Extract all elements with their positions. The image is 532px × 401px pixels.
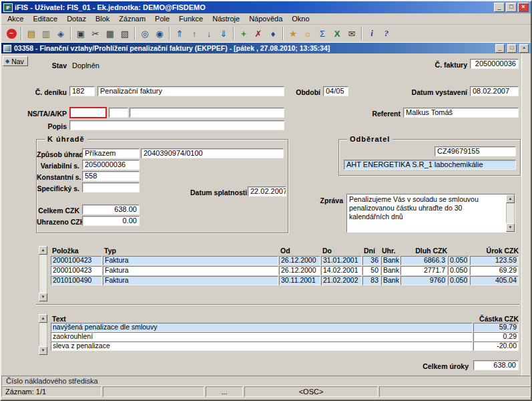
sum-icon[interactable]: Σ bbox=[315, 26, 330, 41]
zpusob-uhrady-field[interactable]: Příkazem bbox=[82, 148, 140, 158]
services-icon[interactable]: ☼ bbox=[300, 26, 315, 41]
scroll-down-icon[interactable]: ▼ bbox=[506, 223, 515, 232]
cell-polozka[interactable]: 2010100490 bbox=[51, 276, 102, 285]
form-close-icon[interactable]: × bbox=[519, 44, 529, 53]
polozky-record-scrollbar[interactable]: ▲ ▼ bbox=[39, 246, 47, 301]
print-icon[interactable]: ▣ bbox=[73, 26, 88, 41]
cell-typ[interactable]: Faktura bbox=[103, 256, 278, 265]
odberatel-nazev-field[interactable]: AHT ENERGETIKA S.R_1 labochemikálie bbox=[344, 160, 516, 170]
ns-field[interactable] bbox=[69, 107, 107, 118]
cell-dni[interactable]: 83 bbox=[362, 276, 380, 285]
cut-icon[interactable]: ✂ bbox=[88, 26, 103, 41]
last-record-icon[interactable]: ⇓ bbox=[216, 26, 231, 41]
execute-query-icon[interactable]: ◉ bbox=[152, 26, 167, 41]
menu-pole[interactable]: Pole bbox=[150, 14, 174, 23]
next-record-icon[interactable]: ↓ bbox=[202, 26, 216, 41]
cell-sazba[interactable]: 0.050 bbox=[448, 266, 469, 275]
specificky-field[interactable] bbox=[82, 182, 140, 192]
ucet-field[interactable]: 2040390974/0100 bbox=[141, 148, 284, 158]
menu-blok[interactable]: Blok bbox=[91, 14, 114, 23]
menu-dotaz[interactable]: Dotaz bbox=[62, 14, 91, 23]
scroll-down-icon[interactable]: ▼ bbox=[39, 293, 47, 301]
close-icon[interactable]: × bbox=[518, 3, 529, 12]
cell-text[interactable]: zaokrouhlení bbox=[51, 332, 473, 342]
zprava-scrollbar[interactable]: ▲ ▼ bbox=[506, 194, 515, 232]
datum-vystaveni-field[interactable]: 08.02.2007 bbox=[470, 86, 519, 96]
scroll-up-icon[interactable]: ▲ bbox=[39, 314, 47, 323]
exit-icon[interactable]: – bbox=[4, 26, 19, 41]
mail-icon[interactable]: ✉ bbox=[344, 26, 359, 41]
menu-editace[interactable]: Editace bbox=[28, 14, 62, 23]
delete-record-icon[interactable]: ✗ bbox=[251, 26, 266, 41]
cell-uhr[interactable]: Bank bbox=[381, 256, 400, 265]
cell-dni[interactable]: 50 bbox=[362, 266, 380, 275]
menu-napoveda[interactable]: Nápověda bbox=[244, 14, 287, 23]
menu-zaznam[interactable]: Záznam bbox=[114, 14, 150, 23]
cell-od[interactable]: 26.12.2000 bbox=[279, 256, 320, 265]
maximize-icon[interactable]: □ bbox=[506, 3, 517, 12]
cell-dluh[interactable]: 2771.7 bbox=[401, 266, 447, 275]
info-icon[interactable]: i bbox=[364, 26, 379, 41]
paste-icon[interactable]: ▧ bbox=[117, 26, 132, 41]
copy-icon[interactable]: ▦ bbox=[103, 26, 117, 41]
uhrazeno-czk-field[interactable]: 0.00 bbox=[82, 216, 140, 226]
titlebar[interactable]: iF iFIS - Uživatel: FIS_01 - Ek.jednotka… bbox=[1, 1, 531, 13]
attachments-icon[interactable]: ★ bbox=[286, 26, 300, 41]
scroll-down-icon[interactable]: ▼ bbox=[39, 346, 47, 355]
excel-export-icon[interactable]: X bbox=[330, 26, 344, 41]
cell-do[interactable]: 31.01.2001 bbox=[321, 256, 362, 265]
cell-dni[interactable]: 36 bbox=[362, 256, 380, 265]
cell-dluh[interactable]: 6866.3 bbox=[401, 256, 447, 265]
cell-polozka[interactable]: 2000100423 bbox=[51, 256, 102, 265]
celkem-czk-field[interactable]: 638.00 bbox=[82, 205, 140, 215]
cell-uhr[interactable]: Bank bbox=[381, 266, 400, 275]
save-icon[interactable]: ◈ bbox=[53, 26, 68, 41]
menu-funkce[interactable]: Funkce bbox=[174, 14, 208, 23]
form-minimize-icon[interactable]: _ bbox=[495, 44, 505, 53]
insert-record-icon[interactable]: + bbox=[236, 26, 251, 41]
texty-record-scrollbar[interactable]: ▲ ▼ bbox=[39, 314, 47, 355]
celkem-uroky-field[interactable]: 638.00 bbox=[473, 360, 519, 370]
menu-nastroje[interactable]: Nástroje bbox=[208, 14, 244, 23]
scroll-up-icon[interactable]: ▲ bbox=[39, 246, 47, 255]
open-form-icon[interactable]: ▥ bbox=[39, 26, 53, 41]
nav-button[interactable]: ◆ Nav bbox=[3, 56, 28, 66]
obdobi-field[interactable]: 04/05 bbox=[323, 86, 348, 96]
mdi-vertical-scrollbar[interactable] bbox=[521, 53, 531, 376]
datum-splatnosti-field[interactable]: 22.02.2007 bbox=[248, 186, 286, 196]
cell-uhr[interactable]: Bank bbox=[381, 276, 400, 285]
cell-od[interactable]: 26.12.2000 bbox=[279, 266, 320, 275]
cell-urok[interactable]: 123.59 bbox=[470, 256, 519, 265]
cislo-faktury-field[interactable]: 2050000036 bbox=[470, 59, 519, 69]
popis-field[interactable] bbox=[69, 120, 284, 130]
akce-field[interactable] bbox=[129, 108, 284, 118]
cell-od[interactable]: 30.11.2001 bbox=[279, 276, 320, 285]
cell-typ[interactable]: Faktura bbox=[103, 276, 278, 285]
scroll-track[interactable] bbox=[39, 255, 47, 293]
scroll-track[interactable] bbox=[39, 323, 47, 346]
cell-urok[interactable]: 405.04 bbox=[470, 276, 519, 285]
variabilni-field[interactable]: 2050000036 bbox=[82, 160, 140, 170]
cell-sazba[interactable]: 0.050 bbox=[448, 256, 469, 265]
konstantni-field[interactable]: 558 bbox=[82, 171, 140, 181]
scroll-up-icon[interactable]: ▲ bbox=[506, 194, 515, 203]
cell-do[interactable]: 21.02.2002 bbox=[321, 276, 362, 285]
form-window-titlebar[interactable]: 03358 - Finanční vztahy/Prohlížení penal… bbox=[1, 43, 531, 53]
scroll-track[interactable] bbox=[506, 203, 515, 223]
form-restore-icon[interactable]: □ bbox=[507, 44, 517, 53]
cell-text[interactable]: sleva z penalizace bbox=[51, 342, 473, 351]
cell-polozka[interactable]: 2000100423 bbox=[51, 266, 102, 275]
help-icon[interactable]: ? bbox=[379, 26, 394, 41]
referent-field[interactable]: Malkus Tomáš bbox=[403, 108, 519, 118]
minimize-icon[interactable]: _ bbox=[494, 3, 505, 12]
cell-typ[interactable]: Faktura bbox=[103, 266, 278, 275]
lock-record-icon[interactable]: ♦ bbox=[266, 26, 280, 41]
cell-do[interactable]: 14.02.2001 bbox=[321, 266, 362, 275]
denik-cislo-field[interactable]: 182 bbox=[69, 86, 95, 96]
prev-record-icon[interactable]: ↑ bbox=[187, 26, 202, 41]
zprava-textarea[interactable]: Penalizujeme Vás v souladu se smlouvou p… bbox=[347, 194, 506, 232]
cell-text[interactable]: navýšená penalizace dle smlouvy bbox=[51, 323, 473, 332]
enter-query-icon[interactable]: ◎ bbox=[138, 26, 152, 41]
menu-akce[interactable]: Akce bbox=[3, 14, 28, 23]
cell-castka[interactable]: 0.29 bbox=[473, 332, 519, 342]
